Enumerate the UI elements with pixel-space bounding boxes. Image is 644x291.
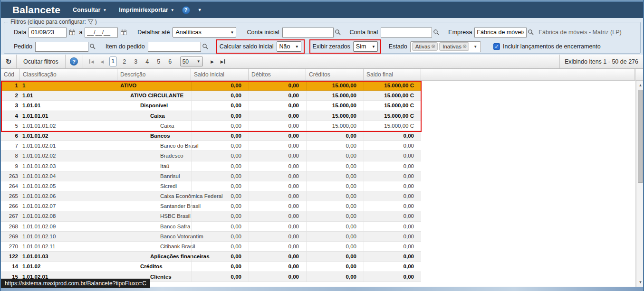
table-row[interactable]: 264 1.01.01.02.05 Sicredi 0,00 0,00 0,00… (1, 181, 421, 191)
cell-debitos: 0,00 (249, 91, 306, 100)
cell-classificacao: 1.01.01.02 (20, 131, 117, 141)
table-row[interactable]: 3 1.01.01 Disponível 0,00 0,00 15.000,00… (1, 101, 421, 111)
conta-final-input[interactable] (381, 28, 432, 38)
cell-debitos: 0,00 (249, 191, 306, 201)
table-row[interactable]: 14 1.01.02 Créditos 0,00 0,00 0,00 0,00 (1, 262, 421, 272)
table-row[interactable]: 269 1.01.01.02.10 Banco Votorantim 0,00 … (1, 232, 421, 242)
cell-classificacao: 1.01.01.01 (20, 111, 117, 121)
table-row[interactable]: 5 1.01.01.01.02 Caixa 0,00 0,00 15.000,0… (1, 121, 421, 131)
table-row[interactable]: 4 1.01.01.01 Caixa 0,00 0,00 15.000,00 1… (1, 111, 421, 121)
page-number[interactable]: 3 (132, 58, 140, 65)
column-header-saldo-inicial[interactable]: Saldo inicial (191, 69, 249, 80)
cell-saldo-final: 0,00 (364, 161, 421, 171)
search-icon[interactable] (527, 28, 535, 37)
page-number[interactable]: 4 (144, 58, 151, 65)
chevron-down-icon: ▼ (227, 30, 234, 35)
refresh-icon[interactable]: ↻ (1, 55, 16, 68)
search-icon[interactable] (432, 28, 441, 37)
cell-classificacao: 1.01 (20, 91, 117, 100)
page-number-current[interactable]: 1 (109, 56, 117, 66)
table-row[interactable]: 267 1.01.01.02.08 HSBC Brasil 0,00 0,00 … (1, 211, 421, 221)
showing-items-text: Exibindo itens 1 - 50 de 276 (559, 55, 643, 68)
column-header-creditos[interactable]: Créditos (306, 69, 364, 80)
estado-tag-inativas[interactable]: Inativas ⊗ (439, 42, 469, 51)
remove-tag-icon[interactable]: ⊗ (462, 43, 467, 49)
chevron-down-icon[interactable]: ▼ (198, 8, 202, 12)
search-icon[interactable] (334, 28, 342, 37)
cell-creditos: 0,00 (306, 201, 364, 211)
cell-saldo-final: 0,00 (364, 151, 421, 160)
filters-legend[interactable]: Filtros (clique para configurar: ) (8, 19, 99, 25)
search-icon[interactable] (88, 42, 97, 51)
table-row[interactable]: 122 1.01.01.03 Aplicações financeiras 0,… (1, 252, 421, 262)
calendar-icon[interactable]: 8 (68, 28, 77, 37)
column-header-descricao[interactable]: Descrição (117, 69, 191, 80)
table-row[interactable]: 270 1.01.01.02.11 Citibank Brasil 0,00 0… (1, 242, 421, 252)
table-row[interactable]: 9 1.01.01.02.03 Itaú 0,00 0,00 0,00 0,00 (1, 161, 421, 171)
chevron-down-icon[interactable]: ▼ (471, 45, 479, 49)
cell-saldo-final: 0,00 (364, 272, 421, 282)
search-icon[interactable] (201, 42, 210, 51)
cell-saldo-final: 0,00 (364, 171, 421, 181)
date-range-separator: a (79, 29, 82, 36)
next-page-button[interactable]: ▶ (208, 59, 217, 64)
chevron-down-icon: ▼ (103, 8, 106, 12)
scrollbar-thumb[interactable] (638, 90, 643, 183)
estado-multiselect[interactable]: Ativas ⊗ Inativas ⊗ ▼ (410, 41, 481, 52)
table-row[interactable]: 265 1.01.01.02.06 Caixa Econômica Federa… (1, 191, 421, 201)
item-pedido-label: Item do pedido (106, 43, 145, 50)
menu-consultar[interactable]: Consultar ▼ (73, 7, 106, 13)
table-row[interactable]: 268 1.01.01.02.09 Banco Safra 0,00 0,00 … (1, 222, 421, 232)
help-icon[interactable]: ? (182, 6, 190, 14)
page-number[interactable]: 2 (121, 58, 128, 65)
estado-tag-ativas[interactable]: Ativas ⊗ (412, 42, 438, 51)
cell-cod: 2 (1, 91, 20, 100)
table-row[interactable]: 8 1.01.01.02.02 Bradesco 0,00 0,00 0,00 … (1, 151, 421, 161)
table-row[interactable]: 6 1.01.01.02 Bancos 0,00 0,00 0,00 0,00 (1, 131, 421, 141)
conta-inicial-input[interactable] (282, 28, 334, 38)
incluir-encerramento-checkbox[interactable]: ✓ (493, 43, 500, 50)
table-row[interactable]: 7 1.01.01.02.01 Banco do Brasil 0,00 0,0… (1, 141, 421, 151)
detalhar-ate-select[interactable]: Analíticas ▼ (173, 27, 236, 38)
empresa-input[interactable] (474, 28, 527, 38)
prev-page-button[interactable]: ◀ (97, 59, 107, 64)
cell-debitos: 0,00 (249, 121, 306, 131)
page-number[interactable]: 5 (155, 58, 163, 65)
cell-debitos: 0,00 (249, 222, 306, 231)
exibir-zerados-select[interactable]: Sim ▼ (353, 41, 378, 52)
date-start-input[interactable] (29, 28, 67, 38)
vertical-scrollbar[interactable]: ▲ ▼ (636, 81, 644, 287)
pedido-label: Pedido (14, 43, 32, 50)
remove-tag-icon[interactable]: ⊗ (431, 43, 435, 49)
calcular-saldo-inicial-label: Calcular saldo inicial (220, 43, 274, 50)
scroll-up-icon[interactable]: ▲ (636, 82, 644, 89)
toolbar-help[interactable]: ? (66, 55, 83, 68)
page-number[interactable]: 6 (166, 58, 174, 65)
filter-row-1: Data 8 a 8 Detalhar até Analíticas ▼ Con… (9, 27, 638, 38)
column-header-classificacao[interactable]: Classificação (20, 69, 117, 80)
column-header-debitos[interactable]: Débitos (249, 69, 306, 80)
cell-descricao: ATIVO CIRCULANTE (117, 91, 191, 100)
calendar-icon[interactable]: 8 (119, 28, 128, 37)
page-size-select[interactable]: 50 ▼ (180, 56, 203, 66)
table-row[interactable]: 266 1.01.01.02.07 Santander Brasil 0,00 … (1, 201, 421, 211)
cell-classificacao: 1.01.01.02.01 (20, 141, 117, 150)
last-page-button[interactable]: ▶ (218, 59, 228, 64)
item-pedido-input[interactable] (148, 42, 201, 52)
date-end-input[interactable] (85, 28, 118, 38)
column-header-cod[interactable]: Cód (1, 69, 20, 80)
table-row[interactable]: 1 1 ATIVO 0,00 0,00 15.000,00 15.000,00 … (1, 81, 421, 91)
menu-imprimir-exportar[interactable]: Imprimir/exportar ▼ (119, 7, 174, 13)
scroll-down-icon[interactable]: ▼ (636, 279, 644, 286)
chevron-down-icon: ▼ (197, 59, 201, 64)
column-header-saldo-final[interactable]: Saldo final (364, 69, 421, 80)
calcular-saldo-inicial-select[interactable]: Não ▼ (277, 41, 301, 52)
table-row[interactable]: 2 1.01 ATIVO CIRCULANTE 0,00 0,00 15.000… (1, 91, 421, 101)
cell-descricao: Citibank Brasil (117, 242, 191, 251)
first-page-button[interactable]: ◀ (87, 59, 96, 64)
pedido-input[interactable] (35, 42, 88, 52)
hide-filters-button[interactable]: Ocultar filtros (17, 55, 65, 68)
cell-debitos: 0,00 (249, 272, 306, 282)
cell-saldo-final: 0,00 (364, 211, 421, 221)
table-row[interactable]: 263 1.01.01.02.04 Banrisul 0,00 0,00 0,0… (1, 171, 421, 181)
